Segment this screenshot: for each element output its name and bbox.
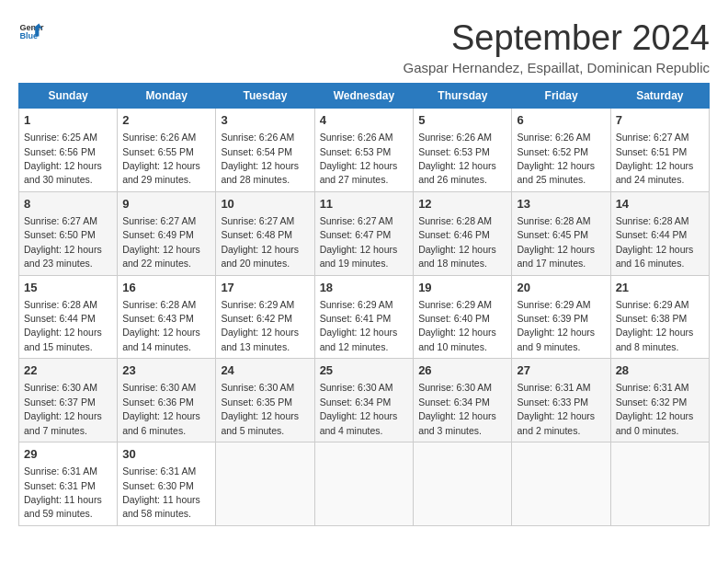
table-row: 29Sunrise: 6:31 AMSunset: 6:31 PMDayligh… xyxy=(19,442,118,526)
day-number: 26 xyxy=(418,362,506,379)
table-row: 15Sunrise: 6:28 AMSunset: 6:44 PMDayligh… xyxy=(19,275,118,359)
table-row: 20Sunrise: 6:29 AMSunset: 6:39 PMDayligh… xyxy=(512,275,610,359)
day-info: Sunrise: 6:27 AMSunset: 6:49 PMDaylight:… xyxy=(122,215,200,269)
table-row xyxy=(512,442,610,526)
table-row: 19Sunrise: 6:29 AMSunset: 6:40 PMDayligh… xyxy=(414,275,512,359)
table-row: 5Sunrise: 6:26 AMSunset: 6:53 PMDaylight… xyxy=(414,109,512,192)
table-row: 13Sunrise: 6:28 AMSunset: 6:45 PMDayligh… xyxy=(512,191,610,275)
day-number: 5 xyxy=(418,112,506,129)
day-number: 4 xyxy=(320,112,409,129)
subtitle: Gaspar Hernandez, Espaillat, Dominican R… xyxy=(403,60,710,75)
day-number: 7 xyxy=(616,112,704,129)
day-info: Sunrise: 6:25 AMSunset: 6:56 PMDaylight:… xyxy=(24,132,102,185)
day-info: Sunrise: 6:27 AMSunset: 6:48 PMDaylight:… xyxy=(221,215,299,269)
day-info: Sunrise: 6:28 AMSunset: 6:46 PMDaylight:… xyxy=(418,215,496,269)
day-number: 16 xyxy=(122,280,210,296)
table-row: 23Sunrise: 6:30 AMSunset: 6:36 PMDayligh… xyxy=(118,359,216,442)
day-number: 29 xyxy=(24,446,112,463)
table-row: 21Sunrise: 6:29 AMSunset: 6:38 PMDayligh… xyxy=(610,275,709,359)
col-saturday: Saturday xyxy=(610,84,709,109)
day-info: Sunrise: 6:26 AMSunset: 6:53 PMDaylight:… xyxy=(418,132,496,185)
table-row: 6Sunrise: 6:26 AMSunset: 6:52 PMDaylight… xyxy=(512,109,610,192)
table-row: 2Sunrise: 6:26 AMSunset: 6:55 PMDaylight… xyxy=(118,109,216,192)
col-sunday: Sunday xyxy=(19,84,118,109)
day-number: 6 xyxy=(517,112,605,129)
table-row: 8Sunrise: 6:27 AMSunset: 6:50 PMDaylight… xyxy=(19,191,118,275)
day-number: 14 xyxy=(616,196,704,213)
table-row xyxy=(610,442,709,526)
day-number: 17 xyxy=(221,280,309,296)
calendar-week-3: 15Sunrise: 6:28 AMSunset: 6:44 PMDayligh… xyxy=(19,275,710,359)
day-info: Sunrise: 6:30 AMSunset: 6:37 PMDaylight:… xyxy=(24,382,102,435)
table-row: 18Sunrise: 6:29 AMSunset: 6:41 PMDayligh… xyxy=(314,275,414,359)
day-number: 30 xyxy=(122,446,210,463)
table-row: 28Sunrise: 6:31 AMSunset: 6:32 PMDayligh… xyxy=(610,359,709,442)
table-row: 17Sunrise: 6:29 AMSunset: 6:42 PMDayligh… xyxy=(216,275,314,359)
table-row xyxy=(216,442,314,526)
calendar-week-4: 22Sunrise: 6:30 AMSunset: 6:37 PMDayligh… xyxy=(19,359,710,442)
day-number: 23 xyxy=(122,362,210,379)
day-info: Sunrise: 6:28 AMSunset: 6:44 PMDaylight:… xyxy=(616,215,694,269)
month-title: September 2024 xyxy=(403,18,710,58)
day-info: Sunrise: 6:27 AMSunset: 6:50 PMDaylight:… xyxy=(24,215,102,269)
day-info: Sunrise: 6:27 AMSunset: 6:51 PMDaylight:… xyxy=(616,132,694,185)
day-number: 18 xyxy=(320,280,409,296)
day-info: Sunrise: 6:29 AMSunset: 6:42 PMDaylight:… xyxy=(221,299,299,352)
table-row: 10Sunrise: 6:27 AMSunset: 6:48 PMDayligh… xyxy=(216,191,314,275)
table-row: 22Sunrise: 6:30 AMSunset: 6:37 PMDayligh… xyxy=(19,359,118,442)
day-info: Sunrise: 6:30 AMSunset: 6:36 PMDaylight:… xyxy=(122,382,200,435)
day-info: Sunrise: 6:29 AMSunset: 6:38 PMDaylight:… xyxy=(616,299,694,352)
day-number: 2 xyxy=(122,112,210,129)
day-number: 10 xyxy=(221,196,309,213)
calendar-week-1: 1Sunrise: 6:25 AMSunset: 6:56 PMDaylight… xyxy=(19,109,710,192)
calendar-table: Sunday Monday Tuesday Wednesday Thursday… xyxy=(18,83,710,526)
day-number: 13 xyxy=(517,196,605,213)
day-info: Sunrise: 6:29 AMSunset: 6:39 PMDaylight:… xyxy=(517,299,595,352)
logo-icon: General Blue xyxy=(18,18,44,44)
day-number: 19 xyxy=(418,280,506,296)
table-row: 25Sunrise: 6:30 AMSunset: 6:34 PMDayligh… xyxy=(314,359,414,442)
table-row: 30Sunrise: 6:31 AMSunset: 6:30 PMDayligh… xyxy=(118,442,216,526)
day-info: Sunrise: 6:30 AMSunset: 6:34 PMDaylight:… xyxy=(320,382,398,435)
day-info: Sunrise: 6:27 AMSunset: 6:47 PMDaylight:… xyxy=(320,215,398,269)
day-info: Sunrise: 6:26 AMSunset: 6:54 PMDaylight:… xyxy=(221,132,299,185)
col-wednesday: Wednesday xyxy=(314,84,414,109)
day-info: Sunrise: 6:31 AMSunset: 6:31 PMDaylight:… xyxy=(24,465,102,519)
day-info: Sunrise: 6:26 AMSunset: 6:53 PMDaylight:… xyxy=(320,132,398,185)
day-info: Sunrise: 6:30 AMSunset: 6:34 PMDaylight:… xyxy=(418,382,496,435)
day-number: 25 xyxy=(320,362,409,379)
calendar-header-row: Sunday Monday Tuesday Wednesday Thursday… xyxy=(19,84,710,109)
day-info: Sunrise: 6:28 AMSunset: 6:43 PMDaylight:… xyxy=(122,299,200,352)
day-number: 12 xyxy=(418,196,506,213)
day-number: 28 xyxy=(616,362,704,379)
logo: General Blue xyxy=(18,18,44,44)
col-monday: Monday xyxy=(118,84,216,109)
svg-text:Blue: Blue xyxy=(19,31,38,40)
table-row: 24Sunrise: 6:30 AMSunset: 6:35 PMDayligh… xyxy=(216,359,314,442)
day-info: Sunrise: 6:29 AMSunset: 6:40 PMDaylight:… xyxy=(418,299,496,352)
day-info: Sunrise: 6:28 AMSunset: 6:45 PMDaylight:… xyxy=(517,215,595,269)
col-tuesday: Tuesday xyxy=(216,84,314,109)
day-info: Sunrise: 6:30 AMSunset: 6:35 PMDaylight:… xyxy=(221,382,299,435)
table-row: 7Sunrise: 6:27 AMSunset: 6:51 PMDaylight… xyxy=(610,109,709,192)
day-info: Sunrise: 6:31 AMSunset: 6:30 PMDaylight:… xyxy=(122,465,200,519)
day-number: 27 xyxy=(517,362,605,379)
day-number: 1 xyxy=(24,112,112,129)
day-info: Sunrise: 6:26 AMSunset: 6:52 PMDaylight:… xyxy=(517,132,595,185)
table-row: 1Sunrise: 6:25 AMSunset: 6:56 PMDaylight… xyxy=(19,109,118,192)
table-row: 26Sunrise: 6:30 AMSunset: 6:34 PMDayligh… xyxy=(414,359,512,442)
calendar-week-2: 8Sunrise: 6:27 AMSunset: 6:50 PMDaylight… xyxy=(19,191,710,275)
calendar-week-5: 29Sunrise: 6:31 AMSunset: 6:31 PMDayligh… xyxy=(19,442,710,526)
day-number: 8 xyxy=(24,196,112,213)
day-info: Sunrise: 6:31 AMSunset: 6:32 PMDaylight:… xyxy=(616,382,694,435)
day-info: Sunrise: 6:31 AMSunset: 6:33 PMDaylight:… xyxy=(517,382,595,435)
day-number: 21 xyxy=(616,280,704,296)
day-number: 22 xyxy=(24,362,112,379)
table-row: 12Sunrise: 6:28 AMSunset: 6:46 PMDayligh… xyxy=(414,191,512,275)
day-number: 24 xyxy=(221,362,309,379)
day-info: Sunrise: 6:29 AMSunset: 6:41 PMDaylight:… xyxy=(320,299,398,352)
table-row: 27Sunrise: 6:31 AMSunset: 6:33 PMDayligh… xyxy=(512,359,610,442)
table-row xyxy=(314,442,414,526)
title-block: September 2024 Gaspar Hernandez, Espaill… xyxy=(403,18,710,75)
header: General Blue September 2024 Gaspar Herna… xyxy=(18,18,710,75)
